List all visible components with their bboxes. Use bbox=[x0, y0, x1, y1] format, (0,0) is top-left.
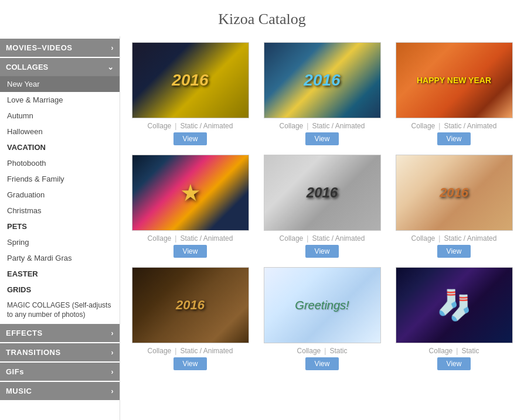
card-1-overlay: 2016 bbox=[132, 43, 249, 118]
sidebar-label-movies: MOVIES–VIDEOS bbox=[6, 43, 72, 52]
card-5-overlay: 2016 bbox=[264, 155, 380, 230]
sidebar-item-love-marriage[interactable]: Love & Marriage bbox=[0, 92, 120, 108]
card-7-view-button[interactable]: View bbox=[173, 357, 207, 370]
sidebar-arrow-gifs: › bbox=[111, 368, 114, 376]
card-8-mode: Static bbox=[329, 347, 347, 355]
sidebar-header-transitions[interactable]: TRANSITIONS › bbox=[0, 343, 120, 361]
card-2-info: Collage | Static / Animated bbox=[261, 122, 383, 130]
card-6-view-button[interactable]: View bbox=[437, 245, 471, 258]
sidebar-label-gifs: GIFs bbox=[6, 367, 24, 376]
card-6-info: Collage | Static / Animated bbox=[393, 234, 515, 243]
sidebar-item-friends-family[interactable]: Friends & Family bbox=[0, 171, 120, 187]
card-9-image: 🧦 bbox=[396, 267, 513, 343]
card-3-image: HAPPY NEW YEAR bbox=[396, 42, 513, 118]
card-2: 2016 Collage | Static / Animated View bbox=[261, 42, 383, 145]
sidebar-section-movies: MOVIES–VIDEOS › bbox=[0, 39, 120, 57]
sidebar-label-effects: EFFECTS bbox=[6, 329, 43, 337]
sidebar-item-magic-collages[interactable]: MAGIC COLLAGES (Self-adjusts to any numb… bbox=[0, 298, 120, 323]
card-3-overlay: HAPPY NEW YEAR bbox=[396, 43, 512, 118]
card-1-info: Collage | Static / Animated bbox=[129, 122, 251, 130]
card-7-overlay: 2016 bbox=[132, 268, 249, 343]
card-1-overlay-text: 2016 bbox=[172, 71, 208, 90]
card-7-overlay-text: 2016 bbox=[176, 298, 205, 313]
sidebar-section-gifs: GIFs › bbox=[0, 363, 120, 381]
card-9-mode: Static bbox=[461, 347, 479, 355]
sidebar-item-vacation[interactable]: VACATION bbox=[0, 139, 120, 155]
card-1-mode: Static / Animated bbox=[180, 122, 233, 130]
card-5-type: Collage bbox=[280, 234, 304, 243]
card-5-info: Collage | Static / Animated bbox=[261, 234, 383, 243]
sidebar-section-collages: COLLAGES ⌄ New Year Love & Marriage Autu… bbox=[0, 58, 120, 323]
card-2-overlay-text: 2016 bbox=[304, 71, 340, 90]
card-5-image: 2016 bbox=[264, 155, 381, 231]
card-7-image: 2016 bbox=[132, 267, 249, 343]
card-3-mode: Static / Animated bbox=[444, 122, 496, 130]
page-title: Kizoa Catalog bbox=[0, 0, 524, 36]
card-6-type: Collage bbox=[411, 234, 435, 243]
card-2-mode: Static / Animated bbox=[312, 122, 365, 130]
sidebar-item-autumn[interactable]: Autumn bbox=[0, 108, 120, 124]
card-4-image: ★ bbox=[132, 155, 249, 231]
card-4: ★ Collage | Static / Animated View bbox=[129, 155, 251, 258]
card-7-mode: Static / Animated bbox=[180, 347, 233, 355]
sidebar-header-gifs[interactable]: GIFs › bbox=[0, 363, 120, 381]
card-9-overlay: 🧦 bbox=[396, 268, 512, 343]
card-8: Greetings! Collage | Static View bbox=[261, 267, 383, 370]
sidebar-arrow-movies: › bbox=[111, 44, 114, 52]
card-9-info: Collage | Static bbox=[393, 347, 515, 355]
main-content: 2016 Collage | Static / Animated View 20… bbox=[120, 36, 524, 420]
sidebar-label-collages: COLLAGES bbox=[6, 63, 48, 71]
card-8-type: Collage bbox=[297, 347, 321, 355]
sidebar-arrow-collages: ⌄ bbox=[107, 63, 114, 71]
sidebar-item-photobooth[interactable]: Photobooth bbox=[0, 155, 120, 171]
sidebar-item-spring[interactable]: Spring bbox=[0, 234, 120, 250]
card-1-view-button[interactable]: View bbox=[173, 132, 207, 145]
sidebar-section-transitions: TRANSITIONS › bbox=[0, 343, 120, 361]
card-8-view-button[interactable]: View bbox=[305, 357, 339, 370]
card-3-overlay-text: HAPPY NEW YEAR bbox=[417, 76, 491, 85]
card-4-view-button[interactable]: View bbox=[173, 245, 207, 258]
sidebar-arrow-transitions: › bbox=[111, 349, 114, 357]
card-4-overlay: ★ bbox=[132, 155, 249, 230]
card-8-overlay: Greetings! bbox=[264, 268, 380, 343]
card-9-view-button[interactable]: View bbox=[437, 357, 471, 370]
card-4-info: Collage | Static / Animated bbox=[129, 234, 251, 243]
card-7-info: Collage | Static / Animated bbox=[129, 347, 251, 355]
card-9-type: Collage bbox=[429, 347, 453, 355]
sidebar-item-graduation[interactable]: Graduation bbox=[0, 187, 120, 203]
card-2-view-button[interactable]: View bbox=[305, 132, 339, 145]
sidebar-item-party-mardi-gras[interactable]: Party & Mardi Gras bbox=[0, 250, 120, 266]
card-6-mode: Static / Animated bbox=[444, 234, 496, 243]
sidebar-item-grids[interactable]: GRIDS bbox=[0, 282, 120, 298]
sidebar-item-christmas[interactable]: Christmas bbox=[0, 203, 120, 218]
card-3-type: Collage bbox=[411, 122, 435, 130]
card-7-type: Collage bbox=[148, 347, 172, 355]
card-4-mode: Static / Animated bbox=[180, 234, 233, 243]
card-6: 2016 Collage | Static / Animated View bbox=[393, 155, 515, 258]
card-1-type: Collage bbox=[148, 122, 172, 130]
sidebar-header-effects[interactable]: EFFECTS › bbox=[0, 324, 120, 342]
card-1-image: 2016 bbox=[132, 42, 249, 118]
card-6-overlay: 2016 bbox=[396, 155, 512, 230]
card-3-info: Collage | Static / Animated bbox=[393, 122, 515, 130]
sidebar-arrow-effects: › bbox=[111, 329, 114, 337]
card-3-view-button[interactable]: View bbox=[437, 132, 471, 145]
sidebar-header-movies[interactable]: MOVIES–VIDEOS › bbox=[0, 39, 120, 57]
sidebar-section-music: MUSIC › bbox=[0, 382, 120, 400]
sidebar-item-halloween[interactable]: Halloween bbox=[0, 124, 120, 139]
sidebar-label-transitions: TRANSITIONS bbox=[6, 348, 61, 357]
card-4-overlay-text: ★ bbox=[180, 179, 201, 206]
sidebar-item-easter[interactable]: EASTER bbox=[0, 266, 120, 282]
card-6-image: 2016 bbox=[396, 155, 513, 231]
card-2-image: 2016 bbox=[264, 42, 381, 118]
card-3: HAPPY NEW YEAR Collage | Static / Animat… bbox=[393, 42, 515, 145]
sidebar-item-new-year[interactable]: New Year bbox=[0, 76, 120, 92]
sidebar-item-pets[interactable]: PETS bbox=[0, 218, 120, 234]
card-2-overlay: 2016 bbox=[264, 43, 380, 118]
card-8-overlay-text: Greetings! bbox=[295, 299, 349, 312]
card-5: 2016 Collage | Static / Animated View bbox=[261, 155, 383, 258]
sidebar-header-music[interactable]: MUSIC › bbox=[0, 382, 120, 400]
sidebar-header-collages[interactable]: COLLAGES ⌄ bbox=[0, 58, 120, 76]
card-5-view-button[interactable]: View bbox=[305, 245, 339, 258]
card-6-overlay-text: 2016 bbox=[440, 185, 468, 200]
